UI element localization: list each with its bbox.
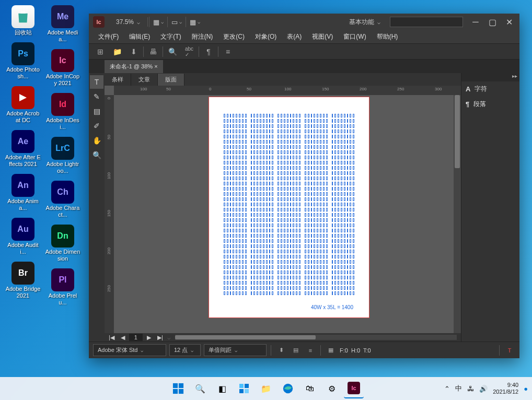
menu-item[interactable]: 表(A) bbox=[282, 30, 307, 43]
subtab[interactable]: 文章 bbox=[131, 74, 158, 86]
incopy-taskbar-button[interactable]: Ic bbox=[344, 379, 364, 398]
ime-indicator[interactable]: 中 bbox=[455, 384, 462, 393]
menu-item[interactable]: 文字(T) bbox=[155, 30, 186, 43]
eyedropper-tool[interactable]: ✐ bbox=[90, 119, 103, 133]
menubar: 文件(F)编辑(E)文字(T)附注(N)更改(C)对象(O)表(A)视图(V)窗… bbox=[89, 30, 519, 44]
desktop-icon[interactable]: IdAdobe InDesi... bbox=[45, 93, 80, 131]
document-tabs: 未命名-1 @ 38% × bbox=[89, 60, 519, 73]
desktop-icon[interactable]: Adobe Acrobat DC bbox=[5, 86, 41, 124]
panel-item[interactable]: A字符 bbox=[461, 81, 519, 97]
vertical-text-icon[interactable]: ⬍ bbox=[275, 345, 287, 356]
clock[interactable]: 9:402021/8/12 bbox=[493, 382, 518, 395]
desktop-icon[interactable]: IcAdobe InCopy 2021 bbox=[45, 49, 80, 87]
type-options-icon[interactable]: T bbox=[504, 345, 515, 356]
font-size-dropdown[interactable]: 12 点 bbox=[169, 344, 201, 356]
menu-item[interactable]: 视图(V) bbox=[307, 30, 338, 43]
t-value: T:0 bbox=[363, 347, 371, 354]
view-options-icon[interactable]: ▭ bbox=[169, 15, 184, 29]
new-icon[interactable]: ⊞ bbox=[92, 45, 109, 58]
arrange-icon[interactable]: ▦ bbox=[187, 15, 203, 29]
paragraph-icon[interactable]: ¶ bbox=[200, 45, 217, 58]
store-button[interactable]: 🛍 bbox=[300, 379, 320, 398]
spellcheck-icon[interactable]: abc✓ bbox=[181, 45, 198, 58]
line-spacing-dropdown[interactable]: 单倍间距 bbox=[204, 344, 267, 356]
desktop-icon[interactable]: 回收站 bbox=[5, 5, 41, 36]
next-page-button[interactable]: ▶ bbox=[145, 334, 153, 341]
desktop-icon[interactable]: DnAdobe Dimension bbox=[45, 225, 80, 262]
desktop-icon[interactable]: AuAdobe Auditi... bbox=[5, 218, 41, 255]
subtab[interactable]: 条样 bbox=[105, 74, 131, 86]
search-box[interactable] bbox=[390, 17, 463, 27]
f-value: F:0 bbox=[340, 347, 348, 354]
justify-icon[interactable]: ≡ bbox=[305, 345, 316, 356]
page-number[interactable]: 1 bbox=[129, 334, 143, 341]
control-panel: Adobe 宋体 Std 12 点 单倍间距 ⬍ ▤ ≡ ▦ F:0 H:0 T… bbox=[89, 342, 519, 358]
panel-item[interactable]: ¶段落 bbox=[461, 97, 519, 112]
desktop-icon[interactable]: BrAdobe Bridge 2021 bbox=[5, 262, 41, 299]
screen-mode-icon[interactable]: ▦ bbox=[151, 15, 166, 29]
collapse-panels-button[interactable]: ▸▸ bbox=[461, 73, 519, 81]
notifications-icon[interactable]: ● bbox=[524, 385, 528, 393]
menu-item[interactable]: 更改(C) bbox=[218, 30, 250, 43]
menu-item[interactable]: 文件(F) bbox=[93, 30, 124, 43]
desktop-icon[interactable]: ChAdobe Charact... bbox=[45, 181, 80, 218]
workspace-dropdown[interactable]: 基本功能 bbox=[344, 18, 386, 27]
grid-icon[interactable]: ▤ bbox=[290, 345, 302, 356]
edge-button[interactable] bbox=[278, 379, 298, 398]
first-page-button[interactable]: |◀ bbox=[107, 334, 117, 341]
note-tool[interactable]: ✎ bbox=[90, 90, 103, 103]
vertical-scrollbar[interactable] bbox=[454, 95, 461, 333]
menu-item[interactable]: 对象(O) bbox=[250, 30, 282, 43]
subtab[interactable]: 版面 bbox=[158, 74, 184, 86]
svg-rect-1 bbox=[179, 383, 183, 388]
close-button[interactable]: ✕ bbox=[501, 15, 517, 29]
network-icon[interactable]: 🖧 bbox=[467, 385, 474, 393]
text-frame[interactable] bbox=[224, 114, 354, 297]
tray-chevron-icon[interactable]: ⌃ bbox=[444, 385, 450, 393]
start-button[interactable] bbox=[168, 379, 188, 398]
svg-rect-7 bbox=[245, 389, 249, 393]
desktop-icon[interactable]: AeAdobe After Effects 2021 bbox=[5, 130, 41, 168]
open-icon[interactable]: 📁 bbox=[109, 45, 125, 58]
position-tool[interactable]: ▤ bbox=[90, 104, 103, 118]
zoom-dropdown[interactable]: 37.5% bbox=[109, 17, 148, 27]
widgets-button[interactable] bbox=[234, 379, 254, 398]
font-dropdown[interactable]: Adobe 宋体 Std bbox=[93, 344, 166, 356]
menu-icon[interactable]: ≡ bbox=[219, 45, 236, 58]
menu-item[interactable]: 编辑(E) bbox=[124, 30, 155, 43]
settings-button[interactable]: ⚙ bbox=[322, 379, 342, 398]
menu-item[interactable]: 附注(N) bbox=[187, 30, 218, 43]
svg-rect-5 bbox=[245, 384, 249, 388]
print-icon[interactable]: 🖶 bbox=[145, 45, 161, 58]
horizontal-scrollbar[interactable] bbox=[175, 335, 457, 340]
canvas[interactable]: 40W x 35L = 1400 bbox=[114, 95, 454, 333]
tools-panel: T ✎ ▤ ✐ ✋ 🔍 bbox=[89, 73, 105, 342]
h-value: H:0 bbox=[351, 347, 360, 354]
horizontal-ruler: 10050050100150200250300 bbox=[114, 86, 461, 95]
save-icon[interactable]: ⬇ bbox=[125, 45, 142, 58]
desktop-icon[interactable]: PsAdobe Photosh... bbox=[5, 42, 41, 80]
frame-grid-icon[interactable]: ▦ bbox=[325, 345, 337, 356]
desktop-icon[interactable]: MeAdobe Media... bbox=[45, 5, 80, 43]
app-icon: Ic bbox=[93, 16, 105, 28]
svg-rect-3 bbox=[179, 389, 183, 394]
desktop-icon[interactable]: AnAdobe Anima... bbox=[5, 174, 41, 211]
desktop-icon[interactable]: PlAdobe Prelu... bbox=[45, 268, 80, 306]
menu-item[interactable]: 帮助(H) bbox=[372, 30, 403, 43]
prev-page-button[interactable]: ◀ bbox=[119, 334, 127, 341]
document-tab[interactable]: 未命名-1 @ 38% × bbox=[105, 60, 163, 73]
desktop-icon[interactable]: LrCAdobe Lightroo... bbox=[45, 137, 80, 174]
minimize-button[interactable]: ─ bbox=[467, 15, 484, 29]
find-icon[interactable]: 🔍 bbox=[164, 45, 181, 58]
maximize-button[interactable]: ▢ bbox=[484, 15, 501, 29]
hand-tool[interactable]: ✋ bbox=[90, 134, 103, 147]
search-button[interactable]: 🔍 bbox=[190, 379, 210, 398]
volume-icon[interactable]: 🔊 bbox=[479, 385, 488, 393]
explorer-button[interactable]: 📁 bbox=[256, 379, 276, 398]
zoom-tool[interactable]: 🔍 bbox=[90, 148, 103, 162]
svg-rect-4 bbox=[239, 384, 244, 388]
menu-item[interactable]: 窗口(W) bbox=[338, 30, 371, 43]
task-view-button[interactable]: ◧ bbox=[212, 379, 232, 398]
last-page-button[interactable]: ▶| bbox=[155, 334, 165, 341]
type-tool[interactable]: T bbox=[90, 75, 103, 89]
